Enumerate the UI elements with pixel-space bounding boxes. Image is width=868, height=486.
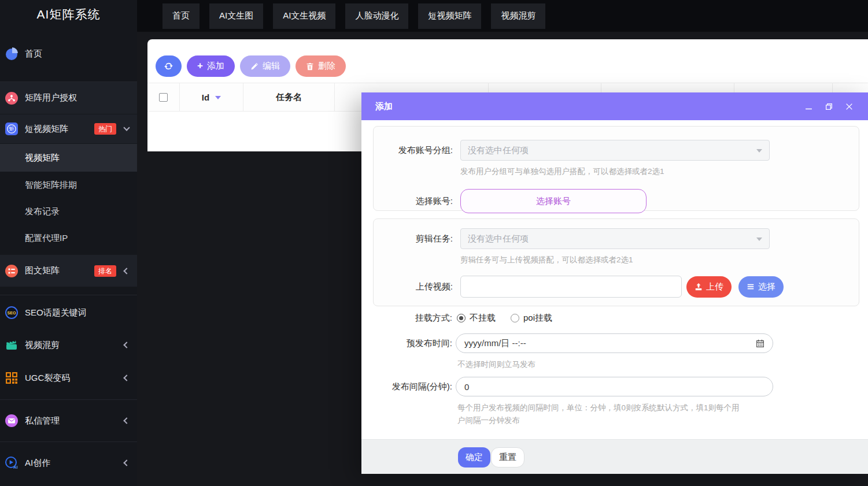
- publish-interval-input[interactable]: [456, 377, 773, 396]
- tab-ai-text-to-video[interactable]: AI文生视频: [273, 3, 335, 29]
- field-label-publish-interval: 发布间隔(分钟):: [373, 381, 452, 392]
- reset-button[interactable]: 重置: [491, 447, 525, 468]
- upload-button-label: 上传: [706, 281, 723, 292]
- radio-label-poi-mount: poi挂载: [523, 313, 552, 324]
- list-icon: [747, 283, 755, 291]
- radio-label-no-mount: 不挂载: [470, 313, 496, 324]
- tab-face-anime[interactable]: 人脸动漫化: [345, 3, 408, 29]
- sidebar-item-publish-records[interactable]: 发布记录: [0, 198, 137, 225]
- publish-time-row: 预发布时间: yyyy/mm/日 --:--: [373, 333, 773, 353]
- chevron-left-icon: [123, 417, 130, 424]
- radio-poi-mount[interactable]: [511, 314, 519, 322]
- svg-text:AI: AI: [13, 465, 18, 470]
- choose-from-list-button[interactable]: 选择: [738, 276, 784, 298]
- tab-ai-text-to-image[interactable]: AI文生图: [209, 3, 263, 29]
- field-label-account-group: 发布账号分组:: [374, 145, 453, 156]
- field-label-mount-mode: 挂载方式:: [373, 313, 452, 324]
- pencil-icon: [250, 62, 258, 71]
- sidebar-item-matrix-user-auth[interactable]: 矩阵用户授权: [0, 82, 137, 114]
- choose-account-button[interactable]: 选择账号: [460, 189, 647, 213]
- upload-button[interactable]: 上传: [686, 276, 732, 298]
- dialog-header[interactable]: 添加: [361, 92, 868, 120]
- tab-video-mix[interactable]: 视频混剪: [491, 3, 545, 29]
- seo-icon: SEO: [4, 306, 19, 320]
- sidebar-item-seo-keywords[interactable]: SEO SEO话题关键词: [0, 298, 137, 327]
- edit-button-label: 编辑: [263, 61, 280, 72]
- sidebar-item-label: 图文矩阵: [25, 265, 60, 276]
- refresh-button[interactable]: [156, 55, 182, 77]
- sidebar-item-label: UGC裂变码: [25, 373, 70, 384]
- list-icon: [4, 264, 19, 278]
- publish-interval-row: 发布间隔(分钟):: [373, 377, 773, 396]
- sidebar-item-home[interactable]: 首页: [0, 39, 137, 68]
- dialog-title: 添加: [375, 101, 393, 112]
- chevron-left-icon: [123, 374, 130, 381]
- sidebar-item-video-matrix[interactable]: 视频矩阵: [0, 144, 137, 172]
- hot-badge: 热门: [94, 123, 116, 135]
- sidebar-item-short-video-matrix[interactable]: 矩 短视频矩阵 热门: [0, 114, 137, 143]
- sidebar-item-image-text-matrix[interactable]: 图文矩阵 排名: [0, 255, 137, 287]
- upload-video-input[interactable]: [460, 276, 682, 298]
- close-icon[interactable]: [841, 99, 856, 114]
- sidebar-item-label: 发布记录: [25, 206, 60, 217]
- chevron-down-icon: [756, 149, 762, 153]
- delete-button-label: 删除: [318, 61, 335, 72]
- tab-home[interactable]: 首页: [162, 3, 200, 29]
- select-placeholder: 没有选中任何项: [468, 145, 529, 156]
- field-label-choose-account: 选择账号:: [374, 196, 453, 207]
- confirm-button[interactable]: 确定: [458, 447, 490, 468]
- account-group-help: 发布用户分组可与单独勾选用户搭配，可以都选择或者2选1: [460, 166, 859, 177]
- trash-icon: [306, 62, 314, 71]
- user-auth-icon: [4, 91, 19, 105]
- app-title: AI矩阵系统: [0, 0, 137, 29]
- chevron-left-icon: [123, 342, 130, 348]
- top-navigation: 首页 AI文生图 AI文生视频 人脸动漫化 短视频矩阵 视频混剪: [137, 0, 868, 32]
- sidebar-item-label: 视频矩阵: [25, 153, 60, 164]
- sort-descending-icon[interactable]: [215, 96, 221, 99]
- publish-interval-help: 每个用户发布视频的间隔时间，单位：分钟，填0则按系统默认方式，填1则每个用户间隔…: [457, 402, 747, 428]
- sidebar-item-ai-creation[interactable]: AI AI创作: [0, 448, 137, 477]
- chevron-down-icon: [756, 238, 762, 241]
- sidebar-item-video-mix[interactable]: 视频混剪: [0, 331, 137, 359]
- sidebar-item-label: AI创作: [25, 458, 50, 469]
- sidebar-item-label: 配置代理IP: [25, 233, 68, 244]
- svg-text:SEO: SEO: [7, 311, 16, 315]
- dialog-footer: 确定 重置: [361, 439, 868, 474]
- maximize-icon[interactable]: [821, 99, 836, 114]
- add-button-label: 添加: [207, 61, 224, 72]
- sidebar-item-smart-schedule[interactable]: 智能矩阵排期: [0, 172, 137, 198]
- column-header-task-name[interactable]: 任务名: [243, 83, 335, 111]
- account-group-select[interactable]: 没有选中任何项: [460, 140, 770, 161]
- publish-time-input[interactable]: yyyy/mm/日 --:--: [456, 333, 773, 353]
- envelope-icon: [4, 414, 19, 428]
- tab-short-video-matrix[interactable]: 短视频矩阵: [418, 3, 481, 29]
- radio-no-mount[interactable]: [457, 314, 466, 322]
- column-label: Id: [202, 92, 209, 102]
- choose-button-label: 选择: [758, 281, 775, 292]
- datetime-placeholder: yyyy/mm/日 --:--: [464, 338, 526, 349]
- clip-task-select[interactable]: 没有选中任何项: [460, 228, 770, 249]
- rank-badge: 排名: [94, 265, 116, 277]
- chevron-left-icon: [123, 268, 130, 274]
- svg-text:矩: 矩: [9, 126, 14, 132]
- select-all-cell: [147, 83, 180, 111]
- sidebar-item-ugc-code[interactable]: UGC裂变码: [0, 363, 137, 393]
- sidebar-item-proxy-ip[interactable]: 配置代理IP: [0, 225, 137, 251]
- calendar-icon[interactable]: [755, 339, 765, 350]
- sidebar-item-label: 首页: [25, 49, 42, 60]
- edit-button[interactable]: 编辑: [240, 55, 290, 77]
- add-button[interactable]: + 添加: [187, 55, 235, 77]
- table-toolbar: + 添加 编辑 删除: [156, 55, 346, 77]
- publish-time-help: 不选择时间则立马发布: [457, 358, 535, 371]
- column-header-id[interactable]: Id: [180, 83, 243, 111]
- clapperboard-icon: [4, 338, 19, 353]
- minimize-icon[interactable]: [801, 99, 816, 114]
- field-label-publish-time: 预发布时间:: [373, 338, 452, 349]
- sidebar-item-private-message[interactable]: 私信管理: [0, 406, 137, 436]
- pie-chart-icon: [4, 47, 19, 61]
- sidebar: AI矩阵系统 首页 矩阵用户授权 矩 短视频矩阵 热门 视频矩阵 智能矩阵排期 …: [0, 0, 137, 486]
- mount-mode-row: 挂载方式: 不挂载 poi挂载: [373, 311, 552, 324]
- select-all-checkbox[interactable]: [159, 93, 168, 102]
- delete-button[interactable]: 删除: [296, 55, 346, 77]
- refresh-icon: [164, 61, 173, 71]
